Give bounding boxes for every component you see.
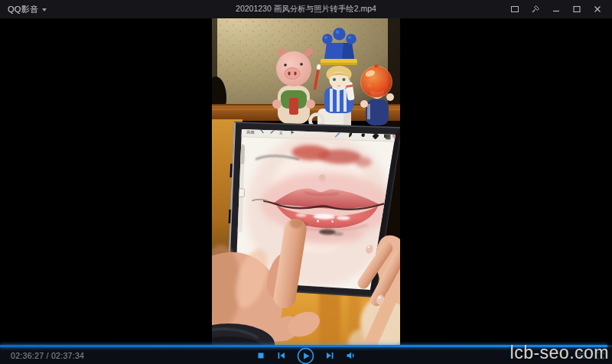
video-content: M [212, 18, 400, 345]
chevron-down-icon [42, 8, 47, 11]
fullscreen-icon [596, 352, 604, 359]
maximize-icon [572, 5, 581, 14]
mini-mode-icon [510, 5, 519, 14]
control-bar: 02:36:27 / 02:37:34 [0, 345, 612, 364]
app-menu-button[interactable]: QQ影音 [0, 0, 54, 18]
title-bar: QQ影音 20201230 画风分析与照片转手绘2.mp4 [0, 0, 612, 18]
video-stage[interactable]: M [0, 18, 612, 345]
maximize-button[interactable] [566, 0, 587, 18]
gallery-label: 画廊 [246, 130, 255, 135]
corner-controls [578, 352, 604, 359]
volume-button[interactable] [346, 351, 356, 360]
volume-icon [346, 351, 356, 360]
selection-icon: S [279, 131, 282, 135]
pin-icon [531, 5, 540, 14]
time-display: 02:36:27 / 02:37:34 [11, 351, 84, 360]
next-button[interactable] [325, 351, 335, 360]
fullscreen-button[interactable] [596, 352, 604, 359]
minimize-button[interactable] [545, 0, 566, 18]
playlist-icon [578, 352, 587, 359]
playlist-button[interactable] [578, 352, 587, 359]
previous-button[interactable] [276, 351, 286, 360]
play-button[interactable] [297, 347, 314, 364]
video-title: 20201230 画风分析与照片转手绘2.mp4 [236, 4, 376, 15]
mini-mode-button[interactable] [504, 0, 525, 18]
playback-controls [256, 347, 356, 364]
video-frame: M [212, 18, 400, 345]
minimize-icon [552, 5, 561, 14]
stop-button[interactable] [256, 351, 265, 360]
close-button[interactable] [587, 0, 607, 18]
app-name: QQ影音 [8, 4, 38, 15]
close-icon [593, 5, 602, 14]
previous-icon [276, 351, 286, 360]
window-controls [504, 0, 612, 18]
next-icon [325, 351, 335, 360]
play-icon [297, 347, 314, 364]
qq-player-window: QQ影音 20201230 画风分析与照片转手绘2.mp4 [0, 0, 612, 364]
pin-button[interactable] [525, 0, 545, 18]
stop-icon [256, 351, 265, 360]
